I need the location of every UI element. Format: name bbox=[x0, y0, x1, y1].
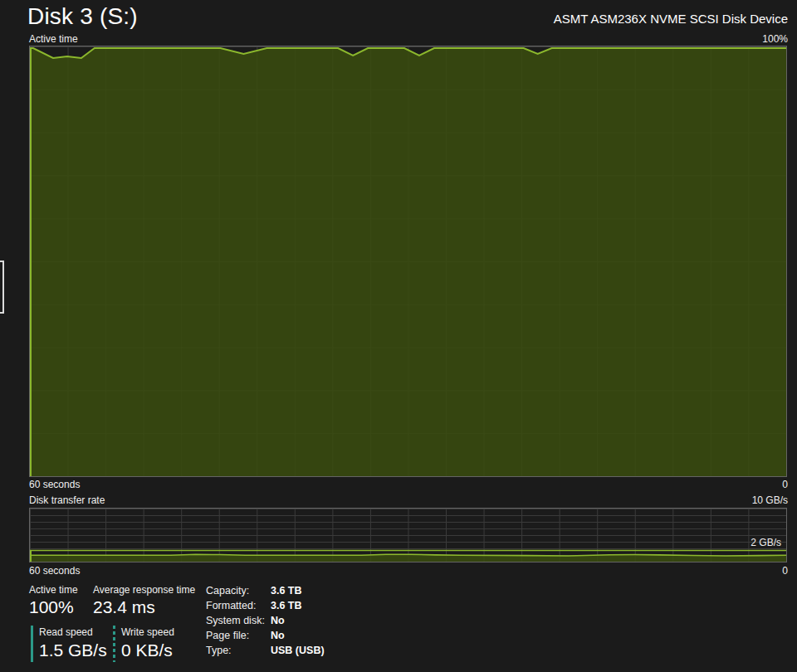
detail-type-value: USB (USB) bbox=[271, 645, 325, 656]
write-speed-legend-bar bbox=[113, 626, 115, 662]
write-speed-label: Write speed bbox=[121, 626, 174, 638]
stat-active-time-label: Active time bbox=[29, 584, 78, 596]
active-time-graph bbox=[30, 46, 786, 476]
scale-marker-label: 2 GB/s bbox=[751, 537, 781, 548]
read-speed-label: Read speed bbox=[39, 626, 93, 638]
write-speed-value: 0 KB/s bbox=[121, 640, 173, 660]
transfer-chart-label: Disk transfer rate bbox=[29, 494, 105, 506]
transfer-max-label: 10 GB/s bbox=[752, 494, 788, 506]
stat-avg-response-value: 23.4 ms bbox=[93, 597, 155, 617]
detail-system-disk-value: No bbox=[271, 615, 285, 626]
transfer-rate-graph bbox=[30, 509, 786, 562]
stat-avg-response-label: Average response time bbox=[93, 584, 195, 596]
detail-page-file-value: No bbox=[271, 630, 285, 641]
detail-system-disk-label: System disk: bbox=[206, 615, 265, 626]
active-time-x-right: 0 bbox=[782, 479, 788, 490]
detail-capacity-value: 3.6 TB bbox=[271, 585, 302, 597]
device-name: ASMT ASM236X NVME SCSI Disk Device bbox=[554, 12, 788, 26]
taskmanager-disk-performance-pane: Disk 3 (S:) ASMT ASM236X NVME SCSI Disk … bbox=[0, 0, 797, 672]
background-window-edge-fragment bbox=[0, 261, 4, 314]
active-time-chart-label: Active time bbox=[29, 33, 78, 45]
active-time-chart[interactable] bbox=[29, 46, 787, 477]
transfer-x-right: 0 bbox=[782, 565, 788, 577]
detail-formatted-label: Formatted: bbox=[206, 600, 256, 611]
detail-capacity-label: Capacity: bbox=[206, 585, 249, 597]
active-time-max-label: 100% bbox=[762, 33, 788, 45]
detail-type-label: Type: bbox=[206, 645, 232, 656]
stat-active-time-value: 100% bbox=[29, 597, 74, 617]
read-speed-value: 1.5 GB/s bbox=[39, 640, 107, 660]
active-time-area-fill bbox=[30, 48, 786, 476]
read-speed-legend-bar bbox=[31, 626, 33, 662]
active-time-x-left: 60 seconds bbox=[29, 479, 80, 490]
page-title: Disk 3 (S:) bbox=[27, 3, 138, 30]
detail-page-file-label: Page file: bbox=[206, 630, 249, 641]
detail-formatted-value: 3.6 TB bbox=[271, 600, 302, 611]
transfer-x-left: 60 seconds bbox=[29, 565, 80, 577]
transfer-rate-chart[interactable]: 2 GB/s bbox=[29, 508, 787, 562]
